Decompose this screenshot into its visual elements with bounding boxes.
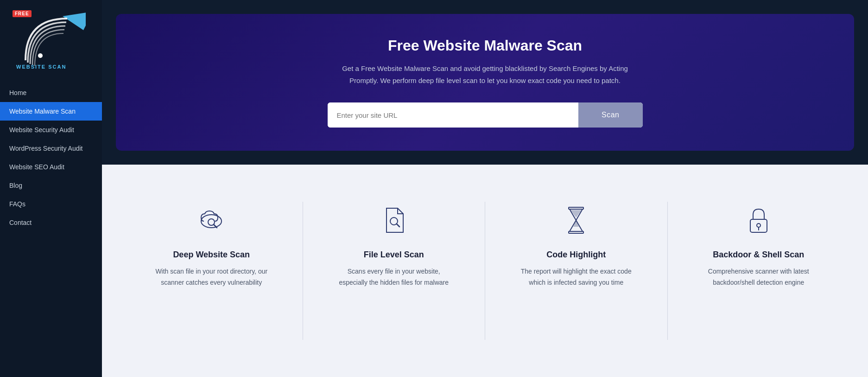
features-section: Deep Website Scan With scan file in your… bbox=[102, 165, 868, 377]
feature-code-highlight-desc: The report will highlight the exact code… bbox=[516, 266, 636, 288]
cloud-search-icon bbox=[193, 202, 230, 239]
svg-point-0 bbox=[38, 53, 43, 58]
search-bar: Scan bbox=[328, 102, 643, 128]
feature-deep-website-scan-desc: With scan file in your root directory, o… bbox=[151, 266, 272, 288]
feature-backdoor-shell-scan-title: Backdoor & Shell Scan bbox=[713, 250, 804, 260]
scan-button[interactable]: Scan bbox=[578, 102, 642, 128]
sidebar: FREE WEBSITE SCAN Home Website Malware S… bbox=[0, 0, 102, 377]
lock-icon bbox=[740, 202, 777, 239]
free-badge: FREE bbox=[13, 10, 32, 17]
logo-container: FREE WEBSITE SCAN bbox=[12, 9, 90, 70]
hero-section: Free Website Malware Scan Get a Free Web… bbox=[116, 14, 854, 151]
feature-file-level-scan: File Level Scan Scans every file in your… bbox=[303, 192, 485, 298]
hero-subtitle: Get a Free Website Malware Scan and avoi… bbox=[328, 63, 643, 86]
feature-file-level-scan-desc: Scans every file in your website, especi… bbox=[334, 266, 454, 288]
sidebar-item-home[interactable]: Home bbox=[0, 83, 102, 102]
svg-text:WEBSITE SCAN: WEBSITE SCAN bbox=[16, 64, 66, 70]
logo-icon: WEBSITE SCAN bbox=[12, 9, 86, 70]
feature-backdoor-shell-scan: Backdoor & Shell Scan Comprehensive scan… bbox=[668, 192, 850, 298]
hero-title: Free Website Malware Scan bbox=[388, 37, 582, 54]
url-input[interactable] bbox=[328, 102, 579, 128]
feature-deep-website-scan: Deep Website Scan With scan file in your… bbox=[120, 192, 303, 298]
sidebar-item-faqs[interactable]: FAQs bbox=[0, 195, 102, 213]
feature-backdoor-shell-scan-desc: Comprehensive scanner with latest backdo… bbox=[698, 266, 819, 288]
sidebar-item-website-malware-scan[interactable]: Website Malware Scan bbox=[0, 102, 102, 121]
logo-area: FREE WEBSITE SCAN bbox=[0, 0, 102, 83]
sidebar-item-website-seo-audit[interactable]: Website SEO Audit bbox=[0, 158, 102, 176]
sidebar-item-website-security-audit[interactable]: Website Security Audit bbox=[0, 121, 102, 139]
sidebar-item-blog[interactable]: Blog bbox=[0, 176, 102, 195]
main-content: Free Website Malware Scan Get a Free Web… bbox=[102, 0, 868, 377]
svg-point-10 bbox=[757, 224, 760, 227]
file-search-icon bbox=[375, 202, 412, 239]
feature-code-highlight: Code Highlight The report will highlight… bbox=[485, 192, 667, 298]
hourglass-icon bbox=[558, 202, 595, 239]
feature-code-highlight-title: Code Highlight bbox=[546, 250, 606, 260]
sidebar-item-wordpress-security-audit[interactable]: WordPress Security Audit bbox=[0, 139, 102, 158]
feature-deep-website-scan-title: Deep Website Scan bbox=[173, 250, 250, 260]
svg-line-6 bbox=[396, 224, 399, 227]
sidebar-nav: Home Website Malware Scan Website Securi… bbox=[0, 83, 102, 232]
feature-file-level-scan-title: File Level Scan bbox=[364, 250, 424, 260]
sidebar-item-contact[interactable]: Contact bbox=[0, 213, 102, 232]
